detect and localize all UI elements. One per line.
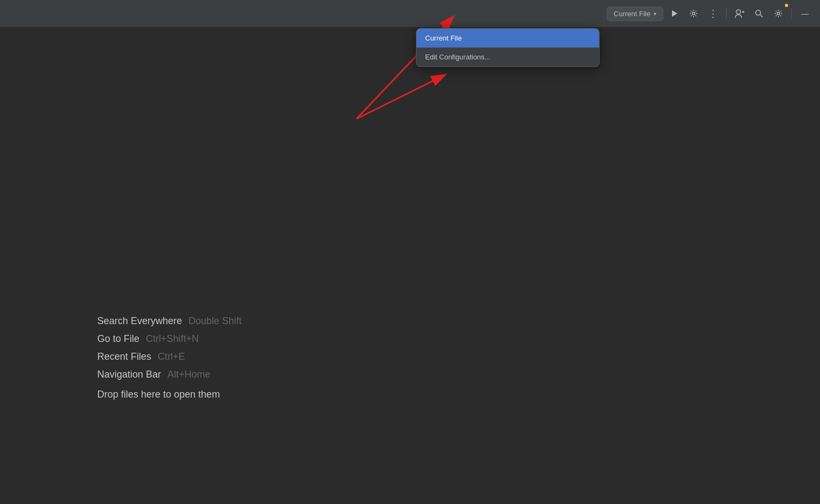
- hint-shortcut-nav: Alt+Home: [167, 369, 211, 380]
- run-config-menu: Current File Edit Configurations...: [416, 28, 600, 67]
- search-button[interactable]: [750, 5, 768, 22]
- hint-drop-files: Drop files here to open them: [97, 387, 241, 400]
- update-badge: [784, 3, 789, 8]
- settings-gear-icon: [774, 9, 783, 18]
- add-user-icon: [735, 9, 744, 18]
- drop-hint-label: Drop files here to open them: [97, 389, 220, 400]
- search-icon: [755, 9, 763, 18]
- hint-navigation-bar: Navigation Bar Alt+Home: [97, 369, 241, 380]
- hint-shortcut-goto: Ctrl+Shift+N: [146, 333, 199, 345]
- svg-point-7: [777, 12, 780, 15]
- svg-line-6: [760, 15, 763, 17]
- settings-button[interactable]: [770, 5, 787, 22]
- hint-action-search: Search Everywhere: [97, 315, 182, 327]
- hint-shortcut-search: Double Shift: [189, 315, 241, 327]
- run-config-label: Current File: [614, 10, 650, 18]
- more-icon: ⋮: [708, 8, 718, 19]
- svg-point-5: [756, 10, 761, 15]
- hint-action-goto: Go to File: [97, 333, 139, 345]
- add-user-button[interactable]: [731, 5, 748, 22]
- play-icon: [670, 9, 678, 18]
- toolbar-separator: [726, 8, 727, 19]
- svg-marker-0: [672, 10, 677, 17]
- toolbar-separator-2: [791, 8, 792, 19]
- dropdown-item-edit-configurations[interactable]: Edit Configurations...: [416, 48, 599, 66]
- hint-go-to-file: Go to File Ctrl+Shift+N: [97, 333, 241, 345]
- hint-recent-files: Recent Files Ctrl+E: [97, 351, 241, 362]
- dropdown-item-current-file[interactable]: Current File: [416, 29, 599, 48]
- more-options-button[interactable]: ⋮: [704, 5, 722, 22]
- hint-action-recent: Recent Files: [97, 351, 151, 362]
- svg-point-2: [736, 10, 741, 14]
- svg-point-1: [693, 12, 695, 15]
- hint-shortcut-recent: Ctrl+E: [158, 351, 185, 362]
- run-button[interactable]: [666, 5, 683, 22]
- chevron-down-icon: ▾: [654, 11, 656, 17]
- minimize-icon: —: [801, 9, 809, 18]
- hints-container: Search Everywhere Double Shift Go to Fil…: [97, 315, 241, 407]
- toolbar: Current File ▾ ⋮: [0, 0, 820, 27]
- gear-icon: [689, 9, 698, 18]
- hint-search-everywhere: Search Everywhere Double Shift: [97, 315, 241, 327]
- main-content: Search Everywhere Double Shift Go to Fil…: [0, 27, 820, 504]
- hint-action-nav: Navigation Bar: [97, 369, 161, 380]
- minimize-button[interactable]: —: [796, 5, 814, 22]
- settings-run-button[interactable]: [685, 5, 702, 22]
- run-config-dropdown[interactable]: Current File ▾: [607, 6, 663, 21]
